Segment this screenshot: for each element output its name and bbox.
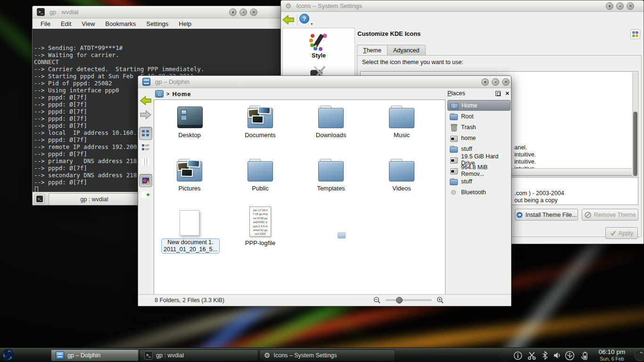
close-button[interactable]: ✕ [627,2,634,10]
folder-icon [177,106,202,128]
apply-button[interactable]: Apply [605,227,638,239]
maximize-button[interactable]: ▪ [239,8,247,16]
zoom-slider[interactable] [386,299,432,301]
notifications-tray-icon[interactable] [512,350,523,361]
folder-item[interactable]: Desktop [161,105,218,139]
folder-item[interactable]: Downloads [303,105,359,139]
install-theme-button[interactable]: Install Theme File... [515,209,578,221]
konsole-titlebar[interactable]: >_ gp : wvdial ▾ ▪ ✕ [33,6,282,18]
menu-item[interactable]: View [76,19,100,28]
bluetooth-tray-icon[interactable] [539,350,551,361]
info-icon [513,351,522,360]
scissors-icon [527,351,537,360]
forward-button[interactable] [139,108,152,121]
folder-icon [248,106,273,128]
task-label: Icons – System Settings [273,352,337,359]
icons-view-button[interactable] [139,127,152,140]
file-item-ppp-logfile[interactable]: Jan 17 09:47:18 gp-Aspire-5738 pppd[1946… [232,203,289,247]
remove-theme-button[interactable]: Remove Theme [582,209,638,221]
new-tab-button[interactable]: >_ [34,194,45,204]
back-button[interactable] [139,94,152,107]
zoom-in-icon[interactable] [437,296,444,304]
menu-item[interactable]: Help [173,19,197,28]
terminal-line: --> Sending: ATDT*99***1# [34,44,282,51]
overview-button[interactable] [630,29,640,39]
volume-tray-icon[interactable] [551,350,562,361]
places-item[interactable]: Trash [447,122,511,132]
klipper-tray-icon[interactable] [526,350,537,361]
menu-item[interactable]: File [35,19,56,28]
folder-item[interactable]: Videos [373,158,430,192]
places-item[interactable]: ⚙ Bluetooth [447,187,511,197]
clock[interactable]: 06:10 pm Sun, 6 Feb [594,348,630,362]
preview-toggle-button[interactable] [139,174,152,187]
place-icon [450,178,457,185]
menu-item[interactable]: Settings [141,19,173,28]
menu-item[interactable]: Bookmarks [100,19,141,28]
scrollbar-thumb[interactable] [633,112,637,176]
minimize-button[interactable]: ▾ [229,8,237,16]
places-item[interactable]: 964.8 MiB Remov... [447,165,511,176]
place-icon: ⚙ [450,189,457,196]
folder-icon [177,159,202,181]
battery-tray-icon[interactable] [579,350,590,361]
breadcrumb[interactable]: ⌂ > Home [155,89,191,99]
task-system-settings[interactable]: ⚙ Icons – System Settings [259,349,395,361]
dolphin-app-icon [142,78,150,86]
minimize-button[interactable]: ▾ [606,2,613,10]
places-item[interactable]: home [447,132,511,143]
minimize-button[interactable]: ▾ [481,78,489,86]
tab-advanced[interactable]: Advanced [387,45,426,56]
dolphin-folder-grid[interactable]: Videos Templates Public Pictures Music D… [154,99,446,295]
folder-item[interactable]: Documents [232,105,289,139]
folder-item[interactable]: Pictures [161,158,218,192]
help-button[interactable]: ? ▾ [299,14,312,26]
menu-item[interactable]: Edit [56,19,76,28]
konsole-tab-label: gp : wvdial [80,196,108,203]
place-label: stuff [461,178,472,185]
places-item[interactable]: Root [447,111,511,122]
places-item[interactable]: stuff [447,176,511,187]
folder-item[interactable]: Templates [303,158,359,192]
places-list: ⌂ Home Root Trash home stuff 19.5 GiB Ha… [447,100,511,197]
home-folder-icon[interactable]: ⌂ [155,90,164,98]
launcher-button[interactable] [1,348,15,362]
breadcrumb-home[interactable]: Home [172,90,191,98]
settings-titlebar[interactable]: ⚙ Icons – System Settings ▾ ▪ ✕ [281,0,644,12]
konsole-tab[interactable]: gp : wvdial [49,193,140,205]
details-view-button[interactable] [139,141,152,154]
folder-item[interactable]: Music [373,105,430,139]
zoom-out-icon[interactable] [373,296,381,304]
device-notifier-tray-icon[interactable] [564,350,575,361]
place-label: stuff [461,146,472,152]
split-view-button[interactable] [139,188,152,201]
close-button[interactable]: ✕ [250,8,257,16]
places-item[interactable]: ⌂ Home [447,100,511,111]
folder-item[interactable]: Public [232,158,289,192]
task-dolphin[interactable]: gp – Dolphin [51,349,139,361]
panel-toolbox-cashew[interactable] [634,349,644,362]
sidebar-item-style[interactable]: Style [283,28,355,59]
float-panel-icon[interactable] [495,91,501,96]
places-panel: Places ✕ ⌂ Home Root Trash home stuff 19… [447,89,511,293]
back-button[interactable] [281,13,295,26]
zoom-slider-handle[interactable] [396,297,403,304]
folder-label: Documents [232,132,289,139]
clock-date: Sun, 6 Feb [594,356,630,362]
terminal-line: CONNECT [34,58,282,66]
task-wvdial[interactable]: >_ gp : wvdial [140,349,258,361]
close-panel-icon[interactable]: ✕ [504,90,511,97]
scrollbar-track[interactable] [632,72,637,175]
dolphin-titlebar[interactable]: gp – Dolphin ▾ ▪ ✕ [138,76,511,88]
maximize-button[interactable]: ▪ [616,2,624,10]
close-button[interactable]: ✕ [502,78,510,86]
columns-view-button[interactable] [139,155,152,168]
maximize-button[interactable]: ▪ [492,78,499,86]
tab-theme[interactable]: Theme [357,45,388,56]
folder-label: Videos [373,185,430,192]
folder-icon [389,106,414,128]
file-item-new-document[interactable]: New document 1. 2011_01_20_16_5... [161,209,218,254]
folder-label: Public [232,185,289,192]
status-text: 8 Folders, 2 Files (3.3 KiB) [155,297,224,304]
checkmark-icon [610,230,616,236]
